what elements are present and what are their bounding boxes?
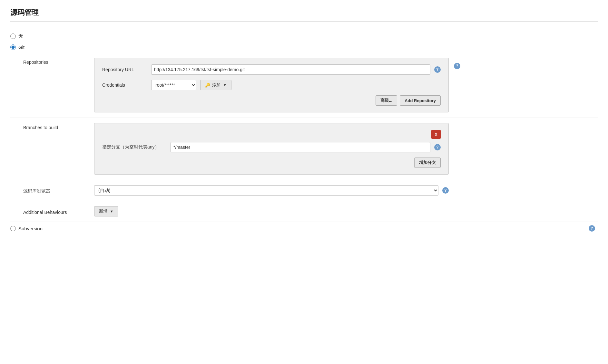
- form-section: 无 Git Repositories Repository URL: [10, 31, 598, 235]
- subversion-label: Subversion: [18, 226, 43, 231]
- key-icon: 🔑: [205, 83, 210, 88]
- branches-content: X 指定分支（为空时代表any） ? 增加分支: [94, 123, 449, 175]
- repositories-actions: 高级... Add Repository: [102, 95, 441, 106]
- repositories-panel-wrapper: Repository URL ? Credentials root/******: [94, 58, 449, 112]
- radio-git[interactable]: [10, 44, 16, 50]
- source-browser-content: (自动) ?: [94, 185, 449, 196]
- repositories-help-icon[interactable]: ?: [454, 63, 460, 69]
- radio-subversion[interactable]: [10, 226, 16, 231]
- add-repository-button[interactable]: Add Repository: [400, 95, 441, 106]
- close-btn-row: X: [102, 130, 441, 139]
- close-branch-button[interactable]: X: [431, 130, 441, 139]
- credentials-select[interactable]: root/******: [151, 80, 196, 90]
- advanced-button[interactable]: 高级...: [376, 95, 397, 106]
- add-credentials-label: 添加: [212, 82, 221, 88]
- page-title: 源码管理: [10, 8, 598, 22]
- page-container: 源码管理 无 Git Repositories: [0, 0, 608, 364]
- branch-field-row: 指定分支（为空时代表any） ?: [102, 142, 441, 152]
- branch-help-icon[interactable]: ?: [434, 144, 441, 150]
- radio-git-label: Git: [18, 44, 25, 50]
- source-browser-row: 源码库浏览器 (自动) ?: [10, 180, 598, 201]
- repo-url-input[interactable]: [151, 64, 430, 75]
- branches-actions: 增加分支: [102, 158, 441, 168]
- repo-url-label: Repository URL: [102, 67, 147, 72]
- repositories-content: Repository URL ? Credentials root/******: [94, 58, 449, 112]
- branches-row: Branches to build X 指定分支（为空时代表any） ?: [10, 118, 598, 180]
- radio-label-none[interactable]: 无: [10, 33, 23, 39]
- add-credentials-dropdown-arrow: ▼: [223, 83, 227, 87]
- credentials-label: Credentials: [102, 82, 147, 88]
- repositories-row: Repositories Repository URL ? Credential…: [10, 53, 598, 118]
- add-branch-button[interactable]: 增加分支: [414, 158, 441, 168]
- source-browser-select[interactable]: (自动): [94, 185, 438, 196]
- additional-behaviours-row: Additional Behaviours 新增 ▼: [10, 201, 598, 222]
- branches-label: Branches to build: [23, 123, 94, 130]
- source-browser-help-icon[interactable]: ?: [442, 187, 449, 194]
- branches-panel-wrapper: X 指定分支（为空时代表any） ? 增加分支: [94, 123, 449, 175]
- branch-field-label: 指定分支（为空时代表any）: [102, 144, 167, 150]
- radio-row-none: 无: [10, 31, 598, 42]
- radio-label-git[interactable]: Git: [10, 44, 25, 50]
- branches-panel: X 指定分支（为空时代表any） ? 增加分支: [94, 123, 449, 175]
- add-behaviour-dropdown-arrow: ▼: [110, 209, 113, 213]
- repo-url-row: Repository URL ?: [102, 64, 441, 75]
- radio-row-git: Git: [10, 42, 598, 53]
- repositories-label: Repositories: [23, 58, 94, 65]
- add-credentials-button[interactable]: 🔑 添加 ▼: [200, 80, 231, 90]
- source-browser-panel-wrapper: (自动) ?: [94, 185, 449, 196]
- repositories-panel: Repository URL ? Credentials root/******: [94, 58, 449, 112]
- additional-behaviours-label: Additional Behaviours: [23, 208, 94, 215]
- add-behaviour-label: 新增: [99, 208, 107, 214]
- subversion-row: Subversion ?: [10, 222, 598, 235]
- subversion-help-icon[interactable]: ?: [589, 225, 595, 232]
- additional-behaviours-content: 新增 ▼: [94, 206, 118, 216]
- radio-none[interactable]: [10, 34, 16, 39]
- branch-input[interactable]: [171, 142, 430, 152]
- repo-url-help-icon[interactable]: ?: [434, 66, 441, 73]
- radio-none-label: 无: [18, 33, 23, 39]
- source-browser-label: 源码库浏览器: [23, 187, 94, 194]
- add-behaviour-button[interactable]: 新增 ▼: [94, 206, 118, 216]
- credentials-row: Credentials root/****** 🔑 添加 ▼: [102, 80, 441, 90]
